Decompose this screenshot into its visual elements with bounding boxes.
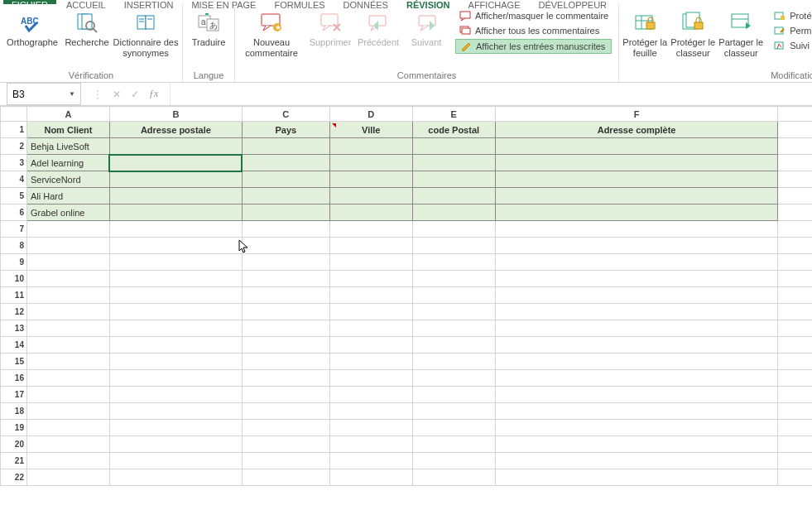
cell-A21[interactable]	[26, 453, 109, 469]
row-header-12[interactable]: 12	[1, 304, 27, 320]
cell-B14[interactable]	[109, 337, 242, 354]
cell-B15[interactable]	[109, 354, 242, 370]
cell-B2[interactable]	[109, 138, 242, 155]
cell-D8[interactable]	[329, 238, 412, 254]
cell-D4[interactable]	[329, 171, 412, 188]
cell-C11[interactable]	[242, 287, 329, 304]
cell-B9[interactable]	[109, 254, 242, 271]
cell-C21[interactable]	[242, 453, 329, 469]
cell-extra-19[interactable]	[778, 420, 812, 436]
row-header-5[interactable]: 5	[1, 188, 27, 204]
row-header-11[interactable]: 11	[1, 287, 27, 304]
cell-extra-1[interactable]	[778, 122, 812, 138]
cell-C13[interactable]	[242, 320, 329, 337]
cell-C14[interactable]	[242, 337, 329, 354]
cell-A22[interactable]	[26, 469, 109, 486]
cell-C9[interactable]	[242, 254, 329, 271]
cell-D19[interactable]	[329, 420, 412, 436]
cell-extra-22[interactable]	[778, 469, 812, 486]
name-box-dropdown-icon[interactable]: ▼	[69, 90, 75, 98]
traduire-button[interactable]: aあ Traduire	[186, 7, 231, 50]
cell-extra-7[interactable]	[778, 221, 812, 238]
cell-C1[interactable]: Pays	[242, 122, 329, 138]
row-header-6[interactable]: 6	[1, 204, 27, 221]
cell-E9[interactable]	[412, 254, 495, 271]
cell-A4[interactable]: ServiceNord	[26, 171, 109, 188]
row-header-14[interactable]: 14	[1, 337, 27, 354]
cell-D1[interactable]: Ville	[329, 122, 412, 138]
fx-icon[interactable]: ƒx	[149, 88, 158, 100]
permettre-modification-button[interactable]: Permet	[770, 24, 812, 37]
name-box[interactable]: B3 ▼	[7, 83, 81, 105]
row-header-22[interactable]: 22	[1, 469, 27, 486]
cell-E8[interactable]	[412, 238, 495, 254]
cell-D21[interactable]	[329, 453, 412, 469]
cell-D16[interactable]	[329, 370, 412, 387]
cell-D10[interactable]	[329, 271, 412, 287]
cell-D12[interactable]	[329, 304, 412, 320]
proteger-classeur-button[interactable]: Protéger le classeur	[670, 7, 715, 60]
cell-B22[interactable]	[109, 469, 242, 486]
cell-F5[interactable]	[495, 188, 778, 204]
cell-F21[interactable]	[495, 453, 778, 469]
cell-A14[interactable]	[26, 337, 109, 354]
cell-B12[interactable]	[109, 304, 242, 320]
cell-extra-17[interactable]	[778, 387, 812, 403]
cell-E11[interactable]	[412, 287, 495, 304]
cell-C18[interactable]	[242, 403, 329, 420]
col-header-A[interactable]: A	[26, 107, 109, 122]
cell-E5[interactable]	[412, 188, 495, 204]
precedent-button[interactable]: Précédent	[356, 7, 401, 50]
row-header-8[interactable]: 8	[1, 238, 27, 254]
cell-extra-10[interactable]	[778, 271, 812, 287]
cell-A12[interactable]	[26, 304, 109, 320]
dictionnaire-button[interactable]: Dictionnaire des synonymes	[113, 7, 179, 60]
cell-E13[interactable]	[412, 320, 495, 337]
cell-C2[interactable]	[242, 138, 329, 155]
cell-extra-21[interactable]	[778, 453, 812, 469]
row-header-7[interactable]: 7	[1, 221, 27, 238]
col-header-extra[interactable]	[778, 107, 812, 122]
cell-B13[interactable]	[109, 320, 242, 337]
cell-extra-16[interactable]	[778, 370, 812, 387]
cell-C22[interactable]	[242, 469, 329, 486]
cell-extra-2[interactable]	[778, 138, 812, 155]
recherche-button[interactable]: Recherche	[65, 7, 109, 50]
cell-D15[interactable]	[329, 354, 412, 370]
cell-E10[interactable]	[412, 271, 495, 287]
enter-icon[interactable]: ✓	[131, 89, 139, 100]
cell-B6[interactable]	[109, 204, 242, 221]
cell-F12[interactable]	[495, 304, 778, 320]
cell-D20[interactable]	[329, 436, 412, 453]
cell-A19[interactable]	[26, 420, 109, 436]
cell-E1[interactable]: code Postal	[412, 122, 495, 138]
cell-D6[interactable]	[329, 204, 412, 221]
cell-E7[interactable]	[412, 221, 495, 238]
cell-F18[interactable]	[495, 403, 778, 420]
cell-C5[interactable]	[242, 188, 329, 204]
formula-input[interactable]	[170, 83, 812, 105]
cell-E21[interactable]	[412, 453, 495, 469]
cell-E2[interactable]	[412, 138, 495, 155]
grid[interactable]: ABCDEF1Nom ClientAdresse postalePaysVill…	[0, 106, 812, 486]
cell-D3[interactable]	[329, 155, 412, 171]
cell-B19[interactable]	[109, 420, 242, 436]
cell-B20[interactable]	[109, 436, 242, 453]
cell-A15[interactable]	[26, 354, 109, 370]
cell-extra-8[interactable]	[778, 238, 812, 254]
cell-F6[interactable]	[495, 204, 778, 221]
proteger-feuille-button[interactable]: Protéger la feuille	[622, 7, 667, 60]
cell-B8[interactable]	[109, 238, 242, 254]
cell-D17[interactable]	[329, 387, 412, 403]
cell-C17[interactable]	[242, 387, 329, 403]
cell-extra-12[interactable]	[778, 304, 812, 320]
proteger-partager-button[interactable]: Protége	[770, 9, 812, 22]
cell-B4[interactable]	[109, 171, 242, 188]
cell-F11[interactable]	[495, 287, 778, 304]
cell-E14[interactable]	[412, 337, 495, 354]
col-header-E[interactable]: E	[412, 107, 495, 122]
row-header-15[interactable]: 15	[1, 354, 27, 370]
cell-E15[interactable]	[412, 354, 495, 370]
cell-F3[interactable]	[495, 155, 778, 171]
cell-F1[interactable]: Adresse complète	[495, 122, 778, 138]
